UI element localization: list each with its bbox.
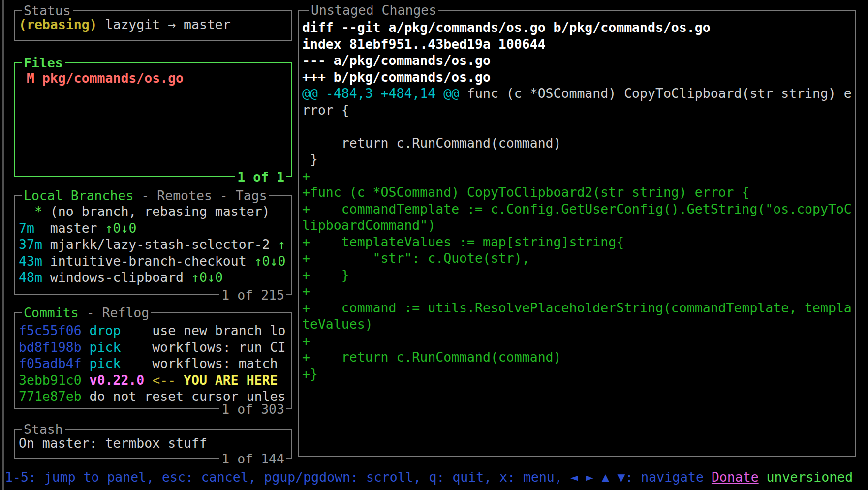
donate-link[interactable]: Donate: [712, 469, 759, 485]
commit-entry[interactable]: bd8f198b pick workflows: run CI: [19, 339, 289, 356]
diff-line[interactable]: diff --git a/pkg/commands/os.go b/pkg/co…: [302, 19, 853, 36]
status-bar: 1-5: jump to panel, esc: cancel, pgup/pg…: [5, 469, 866, 486]
commits-count-label: 1 of 303: [219, 401, 286, 417]
branch-entry[interactable]: 7m master ↑0↓0: [19, 220, 289, 237]
branches-count-label: 1 of 215: [219, 287, 286, 303]
diff-line[interactable]: +func (c *OSCommand) CopyToClipboard2(st…: [302, 184, 853, 201]
diff-line[interactable]: +: [302, 283, 853, 300]
diff-line[interactable]: + templateValues := map[string]string{: [302, 234, 853, 250]
files-count-label: 1 of 1: [235, 169, 286, 184]
lazygit-app: Status (rebasing) lazygit → master Files…: [0, 0, 868, 490]
commit-entry[interactable]: f5c55f06 drop use new branch lo: [19, 322, 289, 339]
status-panel[interactable]: Status (rebasing) lazygit → master: [14, 10, 292, 41]
window-edge: [2, 0, 4, 490]
diff-line[interactable]: + commandTemplate := c.Config.GetUserCon…: [302, 201, 853, 217]
branch-entry[interactable]: 37m mjarkk/lazy-stash-selector-2 ↑: [19, 236, 289, 253]
file-entry[interactable]: M pkg/commands/os.go: [19, 70, 289, 87]
diff-line[interactable]: +}: [302, 366, 853, 382]
version-label: unversioned: [767, 469, 853, 485]
diff-line[interactable]: + return c.RunCommand(command): [302, 349, 853, 366]
files-panel[interactable]: Files M pkg/commands/os.go 1 of 1: [14, 62, 292, 177]
keybindings-hint: 1-5: jump to panel, esc: cancel, pgup/pg…: [5, 469, 712, 485]
diff-line[interactable]: + command := utils.ResolvePlaceholderStr…: [302, 300, 853, 316]
diff-line[interactable]: }: [302, 151, 853, 168]
branch-entry[interactable]: 43m intuitive-branch-checkout ↑0↓0: [19, 253, 289, 270]
status-panel-content: (rebasing) lazygit → master: [15, 11, 291, 40]
diff-line[interactable]: teValues): [302, 316, 853, 333]
diff-line[interactable]: --- a/pkg/commands/os.go: [302, 52, 853, 69]
diff-line[interactable]: +: [302, 168, 853, 184]
commits-panel[interactable]: Commits - Reflog f5c55f06 drop use new b…: [14, 312, 292, 409]
commit-entry[interactable]: f05adb4f pick workflows: match: [19, 355, 289, 372]
diff-line: [302, 118, 853, 135]
branches-panel-content: * (no branch, rebasing master)7m master …: [15, 196, 291, 294]
status-line[interactable]: (rebasing) lazygit → master: [19, 16, 289, 33]
diff-line[interactable]: lipboardCommand"): [302, 217, 853, 234]
commits-panel-content: f5c55f06 drop use new branch lobd8f198b …: [15, 313, 291, 408]
stash-count-label: 1 of 144: [219, 451, 286, 466]
diff-line[interactable]: +++ b/pkg/commands/os.go: [302, 69, 853, 86]
commit-entry[interactable]: 3ebb91c0 v0.22.0 <-- YOU ARE HERE: [19, 372, 289, 389]
stash-panel[interactable]: Stash On master: termbox stuff 1 of 144: [14, 429, 292, 459]
diff-line[interactable]: index 81ebf951..43bed19a 100644: [302, 36, 853, 53]
diff-line[interactable]: + }: [302, 267, 853, 283]
files-panel-content: M pkg/commands/os.go: [15, 63, 291, 176]
diff-line[interactable]: rror {: [302, 102, 853, 119]
diff-line[interactable]: return c.RunCommand(command): [302, 135, 853, 152]
spacer: [759, 469, 767, 485]
stash-entry[interactable]: On master: termbox stuff: [19, 435, 289, 452]
branches-panel[interactable]: Local Branches - Remotes - Tags * (no br…: [14, 195, 292, 295]
unstaged-changes-panel[interactable]: Unstaged Changes diff --git a/pkg/comman…: [298, 10, 856, 457]
diff-line[interactable]: @@ -484,3 +484,14 @@ func (c *OSCommand)…: [302, 85, 853, 102]
diff-line[interactable]: + "str": c.Quote(str),: [302, 250, 853, 267]
branch-entry[interactable]: 48m windows-clipboard ↑0↓0: [19, 269, 289, 286]
diff-view[interactable]: diff --git a/pkg/commands/os.go b/pkg/co…: [299, 11, 855, 456]
diff-line[interactable]: +: [302, 333, 853, 349]
branch-entry[interactable]: * (no branch, rebasing master): [19, 203, 289, 220]
